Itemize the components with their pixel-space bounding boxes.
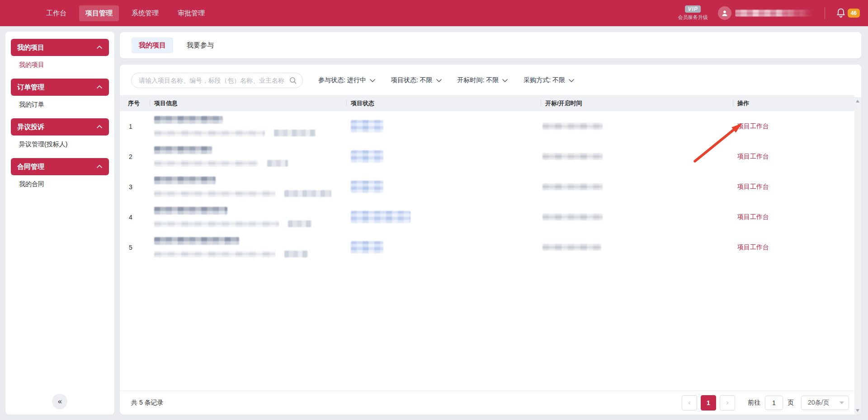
sidebar-group-label: 我的项目 [17, 43, 44, 52]
project-workbench-link[interactable]: 项目工作台 [737, 243, 769, 251]
open-time-cell [541, 153, 733, 160]
sidebar-group-header-1[interactable]: 我的项目 [11, 39, 109, 56]
sidebar-group-label: 订单管理 [17, 83, 44, 92]
sidebar-group-label: 异议投诉 [17, 123, 44, 131]
vip-upgrade-label: 会员服务升级 [678, 14, 708, 21]
action-cell: 项目工作台 [733, 152, 854, 161]
sidebar-group-header-3[interactable]: 异议投诉 [11, 118, 109, 135]
row-index: 1 [127, 123, 150, 130]
tab-2[interactable]: 我要参与 [179, 37, 221, 53]
filter-dropdown-2[interactable]: 项目状态: 不限 [391, 76, 442, 84]
status-badge-redacted [351, 120, 383, 132]
filter-dropdown-text: 开标时间: 不限 [458, 76, 499, 84]
row-index: 5 [127, 244, 150, 251]
nav-item-1[interactable]: 工作台 [40, 5, 73, 21]
chevron-down-icon [436, 78, 442, 83]
project-tag-redacted [284, 190, 331, 197]
main-content: 我的项目我要参与 参与状态: 进行中项目状态: 不限开标时间: 不限采购方式: … [120, 32, 861, 58]
scrollbar-up-icon[interactable] [856, 100, 859, 103]
page-size-select[interactable]: 20条/页 [801, 396, 849, 410]
row-index: 2 [127, 153, 150, 160]
search-icon[interactable] [289, 76, 297, 84]
project-title-redacted [154, 116, 223, 124]
row-index: 4 [127, 214, 150, 221]
person-icon [721, 9, 728, 17]
column-header-5: 操作 [733, 95, 854, 111]
filter-dropdown-1[interactable]: 参与状态: 进行中 [318, 76, 376, 84]
filter-dropdown-text: 项目状态: 不限 [391, 76, 433, 84]
column-header-3: 项目状态 [346, 95, 541, 111]
page-number-button[interactable]: 1 [701, 395, 716, 411]
project-info-cell [150, 177, 346, 197]
nav-item-2[interactable]: 项目管理 [79, 5, 119, 21]
filter-dropdowns: 参与状态: 进行中项目状态: 不限开标时间: 不限采购方式: 不限 [303, 76, 575, 84]
project-info-cell [150, 237, 346, 257]
sidebar-group-header-2[interactable]: 订单管理 [11, 79, 109, 96]
nav-item-3[interactable]: 系统管理 [125, 5, 165, 21]
sidebar-group-label: 合同管理 [17, 163, 44, 171]
project-subline-redacted [154, 191, 275, 197]
project-tag-redacted [284, 251, 308, 257]
table-row: 2项目工作台 [127, 141, 854, 172]
search-box[interactable] [131, 73, 303, 88]
goto-label: 前往 [748, 399, 760, 407]
project-subinfo [154, 190, 346, 197]
page-unit-label: 页 [788, 399, 794, 407]
table-scrollbar[interactable] [854, 97, 861, 415]
prev-page-button[interactable]: ‹ [682, 395, 697, 411]
nav-divider [825, 7, 825, 19]
project-tag-redacted [288, 220, 311, 227]
vip-upgrade[interactable]: VIP 会员服务升级 [678, 5, 708, 21]
project-workbench-link[interactable]: 项目工作台 [737, 122, 769, 130]
sidebar-collapse-button[interactable]: « [52, 394, 67, 409]
table-header: 序号项目信息项目状态开标/开启时间操作 [120, 95, 854, 111]
top-navbar: 工作台项目管理系统管理审批管理 VIP 会员服务升级 46 [0, 0, 868, 26]
search-input[interactable] [139, 77, 289, 84]
scrollbar-down-icon[interactable] [856, 409, 859, 412]
goto-page-input[interactable] [765, 396, 783, 410]
tabs-card: 我的项目我要参与 [120, 32, 861, 58]
row-index: 3 [127, 183, 150, 191]
project-status-cell [346, 241, 541, 253]
sidebar-item[interactable]: 异议管理(投标人) [11, 135, 109, 154]
filter-dropdown-4[interactable]: 采购方式: 不限 [524, 76, 575, 84]
project-info-cell [150, 116, 346, 136]
project-info-cell [150, 146, 346, 167]
tab-1[interactable]: 我的项目 [132, 37, 173, 53]
status-badge-redacted [351, 211, 410, 223]
project-workbench-link[interactable]: 项目工作台 [737, 153, 769, 160]
project-title-redacted [154, 177, 216, 184]
project-workbench-link[interactable]: 项目工作台 [737, 213, 769, 220]
caret-down-icon [840, 401, 844, 404]
project-table-card: 参与状态: 进行中项目状态: 不限开标时间: 不限采购方式: 不限 序号项目信息… [120, 65, 861, 415]
next-page-button[interactable]: › [720, 395, 735, 411]
notifications[interactable]: 46 [836, 8, 860, 19]
sidebar: 我的项目我的项目订单管理我的订单异议投诉异议管理(投标人)合同管理我的合同 « [5, 32, 114, 415]
user-avatar[interactable] [718, 6, 731, 20]
open-time-redacted [542, 153, 603, 160]
username-redacted[interactable] [735, 9, 816, 17]
status-badge-redacted [351, 241, 383, 253]
open-time-redacted [542, 214, 603, 220]
sidebar-item[interactable]: 我的合同 [11, 175, 109, 193]
bell-icon [836, 8, 846, 19]
chevron-up-icon [96, 45, 103, 50]
nav-item-4[interactable]: 审批管理 [171, 5, 211, 21]
project-subinfo [154, 130, 346, 136]
open-time-cell [541, 214, 733, 220]
project-workbench-link[interactable]: 项目工作台 [737, 183, 769, 190]
sidebar-group-header-4[interactable]: 合同管理 [11, 158, 109, 175]
project-subinfo [154, 220, 346, 227]
project-status-cell [346, 181, 541, 193]
column-header-2: 项目信息 [150, 95, 346, 111]
project-subline-redacted [154, 221, 279, 227]
status-badge-redacted [351, 181, 383, 193]
chevron-up-icon [96, 124, 103, 130]
sidebar-groups: 我的项目我的项目订单管理我的订单异议投诉异议管理(投标人)合同管理我的合同 [5, 39, 114, 193]
filter-dropdown-3[interactable]: 开标时间: 不限 [458, 76, 509, 84]
table-body: 1项目工作台2项目工作台3项目工作台4项目工作台5项目工作台 [120, 111, 854, 262]
open-time-cell [541, 244, 733, 251]
topnav-menu: 工作台项目管理系统管理审批管理 [0, 5, 211, 21]
sidebar-item[interactable]: 我的项目 [11, 56, 109, 74]
sidebar-item[interactable]: 我的订单 [11, 96, 109, 114]
